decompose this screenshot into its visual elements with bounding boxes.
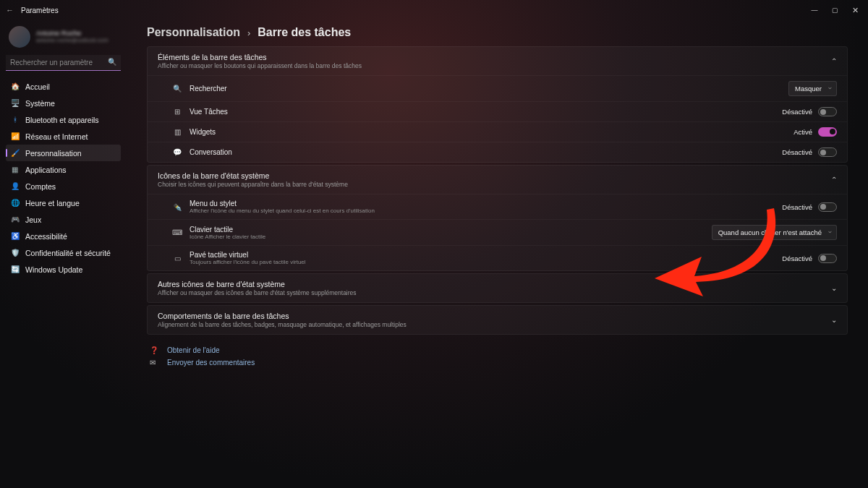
- sidebar-item-accueil[interactable]: 🏠Accueil: [6, 78, 121, 95]
- sidebar-item-windows-update[interactable]: 🔄Windows Update: [6, 261, 121, 278]
- setting-row: ⊞Vue TâchesDésactivé: [148, 101, 847, 121]
- sidebar-item-label: Applications: [25, 166, 67, 174]
- toggle-state-label: Désactivé: [782, 254, 812, 262]
- nav-icon: 📶: [10, 132, 20, 141]
- nav-icon: 👤: [10, 181, 20, 191]
- row-icon: 🔍: [172, 85, 182, 93]
- row-label: Widgets: [190, 128, 216, 136]
- section-subtitle: Afficher ou masquer des icônes de barre …: [158, 289, 357, 296]
- setting-row: 💬ConversationDésactivé: [148, 142, 847, 162]
- sidebar-item-label: Accueil: [25, 82, 50, 91]
- dropdown[interactable]: Masquer: [788, 81, 837, 96]
- nav-icon: ▦: [10, 165, 20, 174]
- section-subtitle: Alignement de la barre des tâches, badge…: [158, 321, 407, 328]
- window-title: Paramètres: [21, 7, 59, 14]
- chevron-up-icon: ⌃: [831, 176, 837, 184]
- section-title: Éléments de la barre des tâches: [158, 53, 362, 61]
- toggle-state-label: Désactivé: [782, 203, 812, 211]
- search-icon: 🔍: [108, 58, 116, 66]
- nav-icon: 🛡️: [10, 248, 20, 257]
- sidebar-item-label: Réseau et Internet: [25, 132, 88, 141]
- row-label: Vue Tâches: [190, 108, 228, 116]
- annotation-arrow: [651, 202, 781, 304]
- titlebar: ← Paramètres — ▢ ✕: [0, 0, 868, 20]
- sidebar-item-label: Jeux: [25, 215, 41, 224]
- sidebar-item-label: Confidentialité et sécurité: [25, 249, 111, 257]
- row-sublabel: Toujours afficher l'icône du pavé tactil…: [190, 259, 306, 265]
- close-button[interactable]: ✕: [845, 3, 865, 17]
- nav-icon: 🖥️: [10, 98, 20, 108]
- toggle-switch[interactable]: [818, 202, 837, 212]
- sidebar: Antoine Roche antoine.roche@outlook.com …: [0, 20, 127, 488]
- nav-icon: 🏠: [10, 82, 20, 91]
- back-button[interactable]: ←: [6, 6, 14, 14]
- sidebar-item-comptes[interactable]: 👤Comptes: [6, 178, 121, 194]
- sidebar-item-label: Accessibilité: [25, 232, 67, 241]
- nav-icon: 🖌️: [10, 148, 20, 158]
- sidebar-item-personnalisation[interactable]: 🖌️Personnalisation: [6, 145, 121, 161]
- row-sublabel: Icône Afficher le clavier tactile: [190, 234, 265, 240]
- sidebar-item-applications[interactable]: ▦Applications: [6, 161, 121, 178]
- chevron-down-icon: ⌄: [831, 284, 837, 292]
- section-header[interactable]: Icônes de la barre d'état système Choisi…: [148, 166, 847, 194]
- nav-icon: ♿: [10, 231, 20, 241]
- help-icon: ❓: [150, 346, 160, 354]
- row-icon: ▭: [172, 254, 182, 262]
- row-label: Rechercher: [190, 85, 227, 93]
- row-label: Clavier tactile: [190, 226, 265, 234]
- setting-row: 🔍RechercherMasquer: [148, 75, 847, 101]
- section-subtitle: Choisir les icônes qui peuvent apparaîtr…: [158, 181, 348, 188]
- nav-icon: 🎮: [10, 215, 20, 224]
- minimize-button[interactable]: —: [804, 3, 825, 17]
- sidebar-item-r-seau-et-internet[interactable]: 📶Réseau et Internet: [6, 128, 121, 145]
- sidebar-item-heure-et-langue[interactable]: 🌐Heure et langue: [6, 194, 121, 211]
- sidebar-item-bluetooth-et-appareils[interactable]: ᚼBluetooth et appareils: [6, 111, 121, 128]
- user-email: antoine.roche@outlook.com: [36, 38, 109, 44]
- nav-icon: 🔄: [10, 265, 20, 274]
- feedback-link[interactable]: ✉ Envoyer des commentaires: [150, 356, 845, 369]
- row-icon: ✒️: [172, 203, 182, 211]
- avatar: [9, 26, 30, 48]
- sidebar-item-syst-me[interactable]: 🖥️Système: [6, 95, 121, 111]
- sidebar-item-confidentialit-et-s-curit-[interactable]: 🛡️Confidentialité et sécurité: [6, 244, 121, 261]
- nav-list: 🏠Accueil🖥️SystèmeᚼBluetooth et appareils…: [6, 78, 121, 278]
- sidebar-item-label: Système: [25, 99, 55, 108]
- maximize-button[interactable]: ▢: [825, 3, 845, 17]
- toggle-switch[interactable]: [818, 127, 837, 137]
- search-input[interactable]: [6, 55, 121, 71]
- row-icon: ▥: [172, 128, 182, 136]
- section-title: Autres icônes de barre d'état système: [158, 280, 357, 288]
- toggle-state-label: Désactivé: [782, 148, 812, 156]
- setting-row: ▥WidgetsActivé: [148, 121, 847, 142]
- toggle-switch[interactable]: [818, 254, 837, 263]
- nav-icon: 🌐: [10, 198, 20, 207]
- section-title: Comportements de la barre des tâches: [158, 312, 407, 320]
- page-title: Barre des tâches: [258, 26, 351, 39]
- row-icon: ⊞: [172, 108, 182, 116]
- toggle-switch[interactable]: [818, 147, 837, 157]
- sidebar-item-jeux[interactable]: 🎮Jeux: [6, 211, 121, 228]
- sidebar-item-label: Bluetooth et appareils: [25, 116, 99, 124]
- nav-icon: ᚼ: [10, 115, 20, 124]
- section-taskbar-elements: Éléments de la barre des tâches Afficher…: [147, 46, 848, 163]
- breadcrumb: Personnalisation › Barre des tâches: [147, 26, 848, 39]
- sidebar-item-label: Personnalisation: [25, 149, 82, 158]
- section-title: Icônes de la barre d'état système: [158, 171, 348, 180]
- sidebar-item-label: Heure et langue: [25, 199, 80, 207]
- toggle-switch[interactable]: [818, 107, 837, 116]
- chevron-down-icon: ⌄: [831, 316, 837, 324]
- row-label: Conversation: [190, 148, 232, 156]
- help-link[interactable]: ❓ Obtenir de l'aide: [150, 344, 845, 356]
- chevron-up-icon: ⌃: [831, 57, 837, 65]
- section-taskbar-behaviors[interactable]: Comportements de la barre des tâches Ali…: [147, 305, 848, 335]
- sidebar-item-accessibilit-[interactable]: ♿Accessibilité: [6, 228, 121, 244]
- breadcrumb-parent[interactable]: Personnalisation: [147, 26, 240, 39]
- feedback-icon: ✉: [150, 359, 160, 367]
- row-icon: ⌨: [172, 228, 182, 236]
- section-header[interactable]: Éléments de la barre des tâches Afficher…: [148, 47, 847, 75]
- sidebar-item-label: Comptes: [25, 182, 56, 191]
- section-subtitle: Afficher ou masquer les boutons qui appa…: [158, 62, 362, 69]
- window-controls: — ▢ ✕: [804, 3, 865, 17]
- user-block[interactable]: Antoine Roche antoine.roche@outlook.com: [6, 23, 121, 55]
- row-icon: 💬: [172, 148, 182, 156]
